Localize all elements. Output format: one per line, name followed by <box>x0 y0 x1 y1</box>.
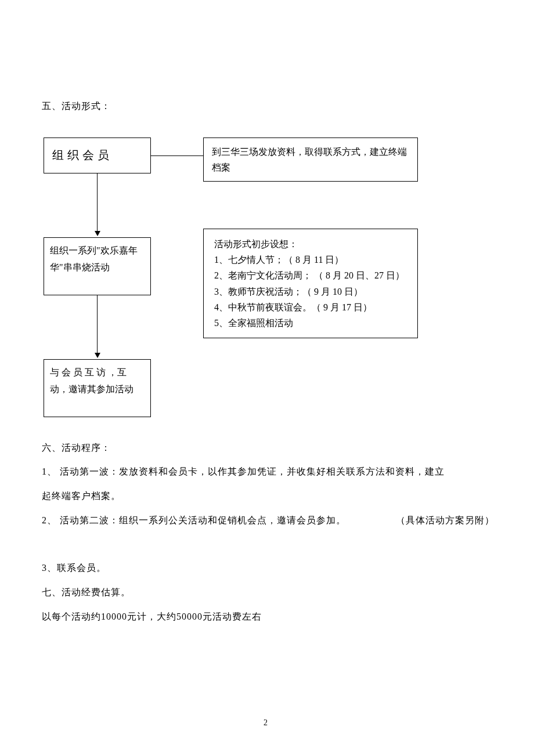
activity-idea-1: 1、七夕情人节；（ 8 月 11 日） <box>214 252 407 267</box>
section-6-item-1a: 1、 活动第一波：发放资料和会员卡，以作其参加凭证，并收集好相关联系方法和资料，… <box>42 464 495 479</box>
document-page: 五、活动形式： 组织会员 到三华三场发放资料，取得联系方式，建立终端档案 组织一… <box>0 0 534 756</box>
arrow-down-icon <box>97 295 98 357</box>
flow-box-organize-members: 组织会员 <box>44 138 151 173</box>
activity-ideas-title: 活动形式初步设想： <box>214 236 407 252</box>
section-6-item-2-row: 2、 活动第二波：组织一系列公关活动和促销机会点，邀请会员参加。 （具体活动方案… <box>42 513 495 528</box>
flow-box-activity-ideas: 活动形式初步设想： 1、七夕情人节；（ 8 月 11 日） 2、老南宁文化活动周… <box>203 229 418 338</box>
flow-box-member-visit: 与 会 员 互 访 ，互动，邀请其参加活动 <box>44 359 151 417</box>
arrow-down-icon <box>97 173 98 235</box>
activity-idea-5: 5、全家福照相活动 <box>214 315 407 331</box>
section-6-item-1b: 起终端客户档案。 <box>42 489 121 504</box>
section-7-title: 七、活动经费估算。 <box>42 585 131 600</box>
connector-line <box>151 155 203 156</box>
activity-idea-3: 3、教师节庆祝活动；（ 9 月 10 日） <box>214 284 407 299</box>
section-6-item-2: 2、 活动第二波：组织一系列公关活动和促销机会点，邀请会员参加。 <box>42 515 346 525</box>
section-6-item-3: 3、联系会员。 <box>42 560 106 576</box>
activity-idea-4: 4、中秋节前夜联谊会。（ 9 月 17 日） <box>214 299 407 315</box>
flow-box-distribute-materials: 到三华三场发放资料，取得联系方式，建立终端档案 <box>203 138 418 182</box>
page-number: 2 <box>264 718 268 728</box>
activity-idea-2: 2、老南宁文化活动周； （ 8 月 20 日、27 日） <box>214 267 407 283</box>
flow-box-carnival-series: 组织一系列"欢乐嘉年华"串串烧活动 <box>44 237 151 295</box>
section-6-title: 六、活动程序： <box>42 440 111 455</box>
section-7-body: 以每个活动约10000元计，大约50000元活动费左右 <box>42 609 262 624</box>
section-5-title: 五、活动形式： <box>42 100 111 113</box>
section-6-item-2-note: （具体活动方案另附） <box>396 513 495 528</box>
